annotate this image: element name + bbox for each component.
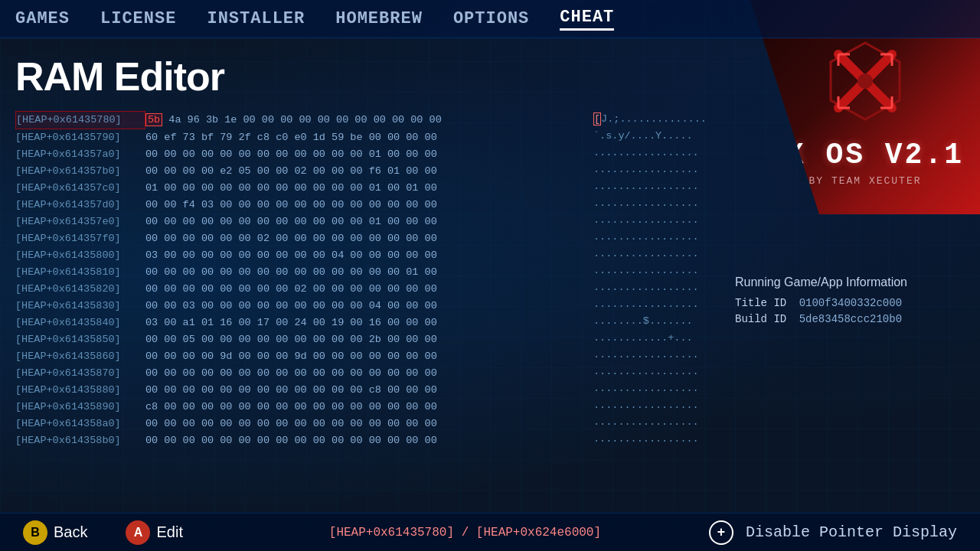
- ascii-panel: [J.;.............. `.s.y/....Y..... ....…: [590, 54, 720, 449]
- table-row: [HEAP+0x61435870] 00 00 00 00 00 00 00 0…: [15, 365, 582, 382]
- back-button[interactable]: B Back: [23, 520, 87, 545]
- hex-address: [HEAP+0x61435890]: [15, 399, 145, 416]
- title-id-label: Title ID: [735, 297, 786, 309]
- bottom-bar: B Back A Edit [HEAP+0x61435780] / [HEAP+…: [0, 513, 980, 551]
- page-title: RAM Editor: [15, 54, 582, 99]
- hex-bytes: 00 00 f4 03 00 00 00 00 00 00 00 00 00 0…: [145, 197, 582, 214]
- ascii-row: .................: [593, 397, 720, 414]
- address-separator: /: [462, 526, 476, 540]
- a-button-icon: A: [126, 520, 150, 545]
- table-row: [HEAP+0x614357b0] 00 00 00 00 e2 05 00 0…: [15, 163, 582, 180]
- nav-options[interactable]: OPTIONS: [453, 9, 529, 28]
- svg-point-3: [858, 73, 873, 89]
- build-id-label: Build ID: [735, 313, 786, 325]
- address-display: [HEAP+0x61435780] / [HEAP+0x624e6000]: [221, 526, 709, 540]
- hex-bytes: 00 00 03 00 00 00 00 00 00 00 00 00 04 0…: [145, 298, 582, 315]
- current-address: [HEAP+0x61435780]: [329, 526, 454, 540]
- hex-table: [HEAP+0x61435780] 5b 4a 96 3b 1e 00 00 0…: [15, 111, 582, 449]
- disable-pointer-label: Disable Pointer Display: [746, 523, 957, 541]
- ascii-row: ........$.......: [593, 313, 720, 330]
- hex-address: [HEAP+0x61435820]: [15, 281, 145, 298]
- hex-address: [HEAP+0x614358b0]: [15, 432, 145, 449]
- hex-bytes: 00 00 05 00 00 00 00 00 00 00 00 00 2b 0…: [145, 331, 582, 348]
- hex-bytes: 00 00 00 00 00 00 00 00 00 00 00 00 00 0…: [145, 432, 582, 449]
- ascii-row: [J.;..............: [593, 111, 720, 128]
- table-row: [HEAP+0x614357a0] 00 00 00 00 00 00 00 0…: [15, 146, 582, 163]
- ascii-row: .................: [593, 195, 720, 212]
- b-button-icon: B: [23, 520, 47, 545]
- table-row: [HEAP+0x61435830] 00 00 03 00 00 00 00 0…: [15, 298, 582, 315]
- ascii-row: .................: [593, 347, 720, 364]
- build-id-value: 5de83458ccc210b0: [799, 313, 902, 325]
- nav-cheat[interactable]: CHEAT: [560, 8, 614, 31]
- build-id-row: Build ID 5de83458ccc210b0: [735, 313, 965, 325]
- nav-bar: GAMES LICENSE INSTALLER HOMEBREW OPTIONS…: [0, 0, 980, 38]
- edit-button[interactable]: A Edit: [126, 520, 182, 545]
- table-row: [HEAP+0x614357c0] 01 00 00 00 00 00 00 0…: [15, 180, 582, 197]
- hex-bytes: 00 00 00 00 00 00 00 00 02 00 00 00 00 0…: [145, 281, 582, 298]
- table-row: [HEAP+0x614357e0] 00 00 00 00 00 00 00 0…: [15, 214, 582, 230]
- ascii-row: .................: [593, 296, 720, 313]
- hex-address: [HEAP+0x614357a0]: [15, 146, 145, 163]
- nav-homebrew[interactable]: HOMEBREW: [335, 9, 423, 28]
- ascii-row: .................: [593, 229, 720, 246]
- hex-bytes: 00 00 00 00 00 00 00 00 00 00 00 00 00 0…: [145, 416, 582, 432]
- hex-address: [HEAP+0x61435870]: [15, 365, 145, 382]
- table-row: [HEAP+0x61435780] 5b 4a 96 3b 1e 00 00 0…: [15, 111, 582, 129]
- plus-button-icon: +: [709, 520, 733, 545]
- hex-address: [HEAP+0x614357d0]: [15, 197, 145, 214]
- table-row: [HEAP+0x61435850] 00 00 05 00 00 00 00 0…: [15, 331, 582, 348]
- disable-pointer-button[interactable]: + Disable Pointer Display: [709, 520, 957, 545]
- edit-label: Edit: [156, 523, 182, 541]
- hex-bytes: c8 00 00 00 00 00 00 00 00 00 00 00 00 0…: [145, 399, 582, 416]
- hex-bytes: 00 00 00 00 00 00 00 00 00 00 00 00 01 0…: [145, 146, 582, 163]
- hex-bytes: 00 00 00 00 00 00 00 00 00 00 00 00 01 0…: [145, 214, 582, 230]
- table-row: [HEAP+0x61435840] 03 00 a1 01 16 00 17 0…: [15, 315, 582, 331]
- table-row: [HEAP+0x61435810] 00 00 00 00 00 00 00 0…: [15, 264, 582, 281]
- hex-bytes: 01 00 00 00 00 00 00 00 00 00 00 00 01 0…: [145, 180, 582, 197]
- hex-address: [HEAP+0x614357b0]: [15, 163, 145, 180]
- ascii-row: .................: [593, 145, 720, 161]
- hex-highlighted-byte[interactable]: 5b: [145, 113, 162, 126]
- ascii-row: .................: [593, 414, 720, 431]
- hex-panel: RAM Editor [HEAP+0x61435780] 5b 4a 96 3b…: [15, 54, 590, 449]
- title-id-row: Title ID 0100f3400332c000: [735, 297, 965, 309]
- ascii-row: .................: [593, 246, 720, 262]
- ascii-row: .................: [593, 178, 720, 195]
- nav-games[interactable]: GAMES: [15, 9, 70, 28]
- ascii-row: .................: [593, 262, 720, 279]
- table-row: [HEAP+0x61435880] 00 00 00 00 00 00 00 0…: [15, 382, 582, 399]
- hex-address: [HEAP+0x61435780]: [15, 111, 145, 129]
- hex-bytes: 00 00 00 00 00 00 00 00 00 00 00 00 c8 0…: [145, 382, 582, 399]
- table-row: [HEAP+0x614357d0] 00 00 f4 03 00 00 00 0…: [15, 197, 582, 214]
- hex-bytes: 00 00 00 00 00 00 00 00 00 00 00 00 00 0…: [145, 365, 582, 382]
- hex-address: [HEAP+0x61435850]: [15, 331, 145, 348]
- ascii-row: .................: [593, 161, 720, 178]
- table-row: [HEAP+0x61435890] c8 00 00 00 00 00 00 0…: [15, 399, 582, 416]
- hex-bytes: 00 00 00 00 00 00 00 00 00 00 00 00 00 0…: [145, 264, 582, 281]
- game-info-title: Running Game/App Information: [735, 276, 965, 289]
- end-address: [HEAP+0x624e6000]: [476, 526, 601, 540]
- ascii-row: `.s.y/....Y.....: [593, 128, 720, 145]
- table-row: [HEAP+0x61435820] 00 00 00 00 00 00 00 0…: [15, 281, 582, 298]
- hex-bytes: 60 ef 73 bf 79 2f c8 c0 e0 1d 59 be 00 0…: [145, 129, 582, 146]
- nav-license[interactable]: LICENSE: [100, 9, 176, 28]
- hex-address: [HEAP+0x61435860]: [15, 348, 145, 365]
- hex-address: [HEAP+0x61435790]: [15, 129, 145, 146]
- ascii-row: .................: [593, 212, 720, 229]
- hex-address: [HEAP+0x61435800]: [15, 247, 145, 264]
- hex-bytes: 00 00 00 00 e2 05 00 00 02 00 00 00 f6 0…: [145, 163, 582, 180]
- logo-subtitle: BY TEAM XECUTER: [808, 175, 921, 187]
- ascii-row: .................: [593, 364, 720, 380]
- hex-address: [HEAP+0x614358a0]: [15, 416, 145, 432]
- ascii-row: ............+...: [593, 330, 720, 347]
- title-id-value: 0100f3400332c000: [799, 297, 902, 309]
- hex-address: [HEAP+0x614357f0]: [15, 230, 145, 247]
- nav-installer[interactable]: INSTALLER: [207, 9, 305, 28]
- back-label: Back: [54, 523, 87, 541]
- hex-bytes: 03 00 a1 01 16 00 17 00 24 00 19 00 16 0…: [145, 315, 582, 331]
- table-row: [HEAP+0x614358a0] 00 00 00 00 00 00 00 0…: [15, 416, 582, 432]
- ascii-row: .................: [593, 431, 720, 448]
- hex-address: [HEAP+0x61435810]: [15, 264, 145, 281]
- hex-bytes: 00 00 00 00 00 00 02 00 00 00 00 00 00 0…: [145, 230, 582, 247]
